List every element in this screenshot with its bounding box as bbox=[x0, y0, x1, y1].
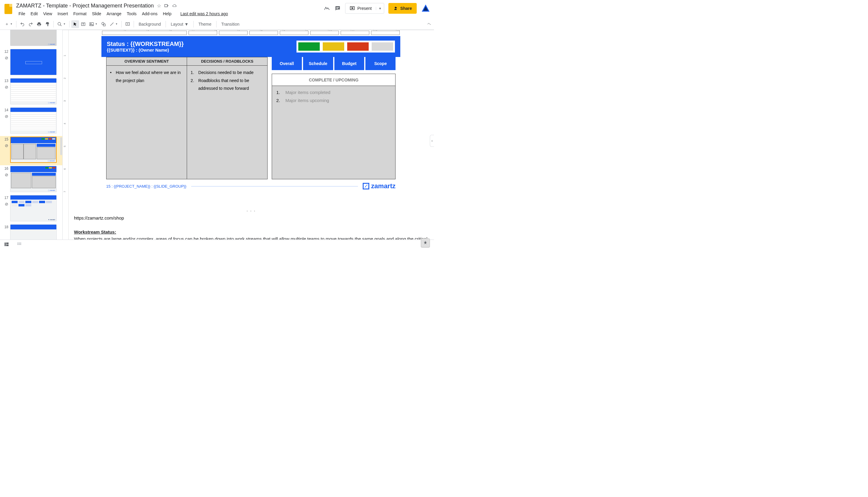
svg-point-9 bbox=[102, 23, 104, 25]
svg-rect-10 bbox=[103, 24, 105, 26]
overview-header[interactable]: OVERVIEW SENTIMENT bbox=[106, 57, 187, 66]
select-tool[interactable] bbox=[71, 20, 79, 28]
chip-yellow[interactable] bbox=[323, 42, 344, 51]
filmstrip-scrollbar[interactable] bbox=[60, 137, 62, 155]
ruler-vertical: 1 2 3 4 5 6 7 bbox=[63, 30, 69, 240]
thumb-12[interactable]: 12⊘ bbox=[0, 48, 62, 77]
menu-bar: File Edit View Insert Format Slide Arran… bbox=[16, 10, 324, 17]
menu-tools[interactable]: Tools bbox=[125, 10, 139, 17]
notes-body[interactable]: When projects are large and/or complex, … bbox=[74, 236, 434, 240]
doc-title[interactable]: ZAMARTZ - Template - Project Management … bbox=[16, 3, 154, 9]
line-tool[interactable]: ▼ bbox=[108, 20, 120, 28]
zamartz-logo: zamartz bbox=[363, 182, 395, 190]
slide-title[interactable]: Status : {{WORKSTREAM}} bbox=[107, 41, 184, 47]
move-icon[interactable] bbox=[164, 3, 169, 8]
cloud-icon[interactable] bbox=[172, 3, 177, 8]
slide-footer-text[interactable]: 15 : {{PROJECT_NAME}} : {{SLIDE_GROUP}} bbox=[106, 184, 186, 188]
background-button[interactable]: Background bbox=[136, 20, 164, 28]
svg-rect-17 bbox=[20, 243, 21, 243]
menu-help[interactable]: Help bbox=[160, 10, 174, 17]
thumb-14[interactable]: 14⊘ ▢ zamartz bbox=[0, 107, 62, 136]
menu-view[interactable]: View bbox=[41, 10, 55, 17]
menu-format[interactable]: Format bbox=[71, 10, 89, 17]
status-chips[interactable] bbox=[296, 41, 395, 53]
thumb-18[interactable]: 18 bbox=[0, 224, 62, 240]
comment-tool[interactable] bbox=[124, 20, 132, 28]
star-icon[interactable]: ☆ bbox=[157, 3, 161, 9]
menu-slide[interactable]: Slide bbox=[89, 10, 103, 17]
chip-red[interactable] bbox=[347, 42, 369, 51]
undo-button[interactable] bbox=[18, 20, 27, 28]
slide-top-cells[interactable] bbox=[101, 31, 400, 35]
activity-icon[interactable] bbox=[324, 5, 330, 12]
thumb-13[interactable]: 13⊘ ▢ zamartz bbox=[0, 77, 62, 107]
status-scope[interactable]: Scope bbox=[364, 57, 395, 70]
zamartz-logo-text: zamartz bbox=[371, 182, 395, 190]
status-schedule[interactable]: Schedule bbox=[302, 57, 333, 70]
chip-green[interactable] bbox=[298, 42, 320, 51]
svg-rect-12 bbox=[4, 243, 6, 246]
account-avatar[interactable] bbox=[421, 3, 431, 13]
svg-rect-1 bbox=[336, 8, 338, 9]
thumb-16[interactable]: 16⊘ ▢ zamartz bbox=[0, 165, 62, 195]
menu-edit[interactable]: Edit bbox=[28, 10, 40, 17]
slide-subtitle[interactable]: {{SUBTEXT}} : (Owner Name) bbox=[107, 47, 184, 53]
menu-addons[interactable]: Add-ons bbox=[140, 10, 160, 17]
explore-button[interactable] bbox=[421, 238, 430, 247]
comments-icon[interactable] bbox=[334, 5, 341, 12]
share-label: Share bbox=[400, 6, 412, 11]
status-labels-row[interactable]: Overall Schedule Budget Scope bbox=[272, 57, 395, 70]
side-panel-handle[interactable]: ‹ bbox=[430, 135, 434, 147]
slide-canvas[interactable]: Status : {{WORKSTREAM}} {{SUBTEXT}} : (O… bbox=[101, 31, 400, 210]
svg-rect-13 bbox=[6, 243, 9, 244]
bottom-bar bbox=[0, 240, 434, 248]
chip-grey[interactable] bbox=[372, 42, 393, 51]
grid-view-icon[interactable] bbox=[17, 242, 22, 247]
footer-divider bbox=[191, 186, 358, 186]
share-button[interactable]: Share bbox=[388, 3, 417, 14]
paint-format-button[interactable] bbox=[43, 20, 52, 28]
image-tool[interactable]: ▼ bbox=[87, 20, 99, 28]
app-logo[interactable] bbox=[2, 3, 14, 15]
svg-rect-14 bbox=[6, 244, 9, 246]
menu-file[interactable]: File bbox=[16, 10, 28, 17]
shape-tool[interactable] bbox=[99, 20, 108, 28]
complete-upcoming-body[interactable]: 1.Major items completed 2.Major items up… bbox=[272, 86, 395, 107]
svg-rect-16 bbox=[19, 243, 20, 243]
last-edit-link[interactable]: Last edit was 2 hours ago bbox=[178, 10, 231, 17]
notes-heading[interactable]: Workstream Status: bbox=[74, 228, 434, 236]
collapse-toolbar[interactable]: ヘ bbox=[428, 22, 431, 27]
zoom-button[interactable]: ▼ bbox=[56, 20, 68, 28]
decisions-body[interactable]: 1.Decisions needed to be made 2.Roadbloc… bbox=[187, 66, 267, 179]
thumb-17[interactable]: 17⊘ ▼ zamartz bbox=[0, 195, 62, 224]
redo-button[interactable] bbox=[27, 20, 35, 28]
zamartz-logo-icon bbox=[363, 183, 369, 189]
theme-button[interactable]: Theme bbox=[196, 20, 215, 28]
print-button[interactable] bbox=[35, 20, 43, 28]
new-slide-button[interactable]: ＋▼ bbox=[3, 20, 14, 29]
thumb-15[interactable]: 15⊘ bbox=[0, 136, 62, 165]
decisions-header[interactable]: DECISIONS / ROADBLOCKS bbox=[187, 57, 267, 66]
layout-button[interactable]: Layout ▼ bbox=[168, 20, 191, 28]
menu-insert[interactable]: Insert bbox=[55, 10, 70, 17]
textbox-tool[interactable] bbox=[79, 20, 87, 28]
svg-rect-15 bbox=[17, 243, 18, 243]
overview-body[interactable]: •How we feel about where we are in the p… bbox=[106, 66, 187, 179]
svg-rect-20 bbox=[20, 244, 21, 245]
present-button[interactable]: Present ▼ bbox=[345, 3, 384, 14]
thumb-11-partial[interactable]: ⊘ • line text• line text• line text▢ zam… bbox=[0, 30, 62, 48]
svg-rect-18 bbox=[17, 244, 18, 245]
svg-rect-7 bbox=[90, 23, 93, 26]
notes-url[interactable]: https://zamartz.com/shop bbox=[74, 214, 434, 221]
status-overall[interactable]: Overall bbox=[272, 57, 302, 70]
toolbar: ＋▼ ▼ ▼ ▼ Background Layout ▼ Theme Trans… bbox=[0, 18, 434, 30]
status-budget[interactable]: Budget bbox=[333, 57, 364, 70]
menu-arrange[interactable]: Arrange bbox=[104, 10, 124, 17]
complete-upcoming-header[interactable]: COMPLETE / UPCOMING bbox=[272, 74, 395, 86]
notes-splitter[interactable]: • • • bbox=[69, 210, 434, 212]
filmstrip-view-icon[interactable] bbox=[3, 242, 10, 247]
transition-button[interactable]: Transition bbox=[218, 20, 243, 28]
filmstrip[interactable]: ⊘ • line text• line text• line text▢ zam… bbox=[0, 30, 63, 240]
present-dropdown[interactable]: ▼ bbox=[376, 7, 384, 10]
speaker-notes[interactable]: https://zamartz.com/shop Workstream Stat… bbox=[69, 212, 434, 240]
